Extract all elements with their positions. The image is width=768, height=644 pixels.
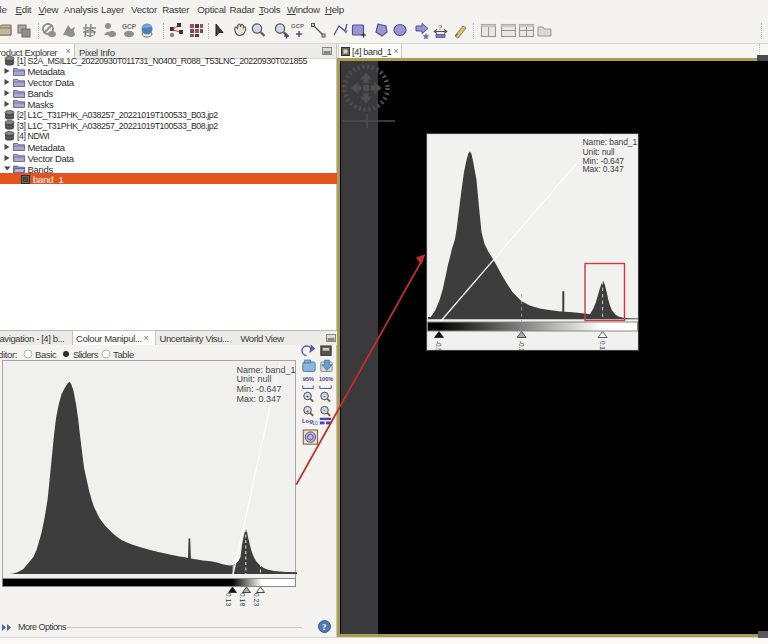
svg-text:GCP: GCP [122,23,137,30]
svg-text:?: ? [322,622,327,632]
svg-text:?: ? [438,23,442,32]
svg-text:Max: 0.347: Max: 0.347 [583,164,624,174]
svg-text:0.17: 0.17 [599,341,606,350]
svg-text:-0.53: -0.53 [435,341,442,350]
svg-text:GCP: GCP [291,23,304,29]
svg-text:Name: band_1: Name: band_1 [583,137,638,147]
svg-text:-0.18: -0.18 [518,341,525,350]
